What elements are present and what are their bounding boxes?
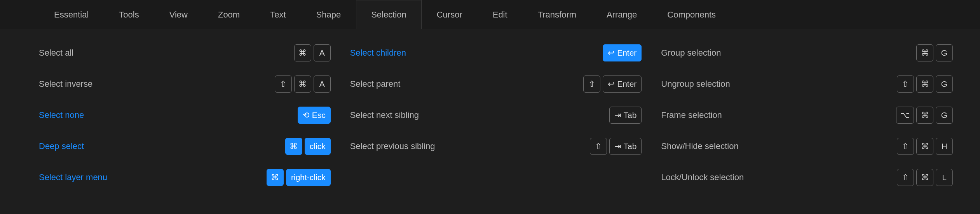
key: ⇧ <box>275 75 292 93</box>
shortcut-column: Select children↩ EnterSelect parent⇧↩ En… <box>350 37 642 193</box>
shortcut-row: Frame selection⌥⌘G <box>661 100 953 131</box>
tab-edit[interactable]: Edit <box>478 0 523 29</box>
key: ⇧ <box>897 169 914 186</box>
key: ⌘ <box>916 44 933 61</box>
tab-shape[interactable]: Shape <box>301 0 356 29</box>
key: ⇧ <box>897 75 914 93</box>
shortcut-row: Group selection⌘G <box>661 37 953 68</box>
key: L <box>936 169 953 186</box>
key: ⌘ <box>916 75 933 93</box>
shortcut-keys: ⇧↩ Enter <box>583 75 642 93</box>
key: ⌘ <box>916 107 933 124</box>
shortcut-keys: ⌘A <box>294 44 331 61</box>
tab-arrange[interactable]: Arrange <box>591 0 652 29</box>
shortcut-column: Group selection⌘GUngroup selection⇧⌘GFra… <box>661 37 953 193</box>
key: ⌘ <box>285 138 302 155</box>
key: H <box>936 138 953 155</box>
key: A <box>314 75 331 93</box>
shortcut-row: Ungroup selection⇧⌘G <box>661 68 953 100</box>
tab-view[interactable]: View <box>154 0 203 29</box>
shortcut-row: Select parent⇧↩ Enter <box>350 68 642 100</box>
shortcut-row: Select previous sibling⇧⇥ Tab <box>350 131 642 162</box>
key: A <box>314 44 331 61</box>
tab-essential[interactable]: Essential <box>39 0 104 29</box>
key: ⌘ <box>294 75 311 93</box>
shortcut-row: Show/Hide selection⇧⌘H <box>661 131 953 162</box>
shortcut-row: Select all⌘A <box>39 37 331 68</box>
tab-transform[interactable]: Transform <box>523 0 591 29</box>
shortcut-keys: ⇥ Tab <box>609 107 642 124</box>
key: ⇧ <box>583 75 600 93</box>
shortcut-keys: ⇧⌘H <box>897 138 953 155</box>
key: G <box>936 75 953 93</box>
shortcut-keys: ⇧⌘L <box>897 169 953 186</box>
key: ⌘ <box>294 44 311 61</box>
key: ⇥ Tab <box>609 107 642 124</box>
tabbar: EssentialToolsViewZoomTextShapeSelection… <box>0 0 980 29</box>
tab-cursor[interactable]: Cursor <box>422 0 478 29</box>
shortcut-keys: ⇧⇥ Tab <box>590 138 642 155</box>
key: ⌥ <box>896 107 914 124</box>
key: ⇧ <box>590 138 607 155</box>
shortcut-label: Group selection <box>661 48 721 58</box>
tab-components[interactable]: Components <box>652 0 731 29</box>
shortcut-row: Deep select⌘click <box>39 131 331 162</box>
shortcut-label: Show/Hide selection <box>661 141 738 151</box>
key: ⟲ Esc <box>298 107 331 124</box>
shortcut-keys: ⌘click <box>285 138 331 155</box>
shortcut-keys: ⇧⌘G <box>897 75 953 93</box>
shortcut-row: Select layer menu⌘right-click <box>39 162 331 193</box>
tab-tools[interactable]: Tools <box>104 0 154 29</box>
shortcut-keys: ⌘right-click <box>267 169 331 186</box>
tab-text[interactable]: Text <box>255 0 301 29</box>
key: ⌘ <box>916 169 933 186</box>
shortcut-label: Select previous sibling <box>350 141 435 151</box>
shortcut-label: Select next sibling <box>350 110 419 120</box>
shortcut-label: Select children <box>350 48 406 58</box>
key: ⌘ <box>916 138 933 155</box>
shortcut-keys: ⌘G <box>916 44 953 61</box>
shortcut-keys: ⌥⌘G <box>896 107 953 124</box>
shortcut-row: Select next sibling⇥ Tab <box>350 100 642 131</box>
shortcut-label: Ungroup selection <box>661 79 730 89</box>
shortcut-label: Select inverse <box>39 79 92 89</box>
shortcut-label: Deep select <box>39 141 84 151</box>
key: ⇥ Tab <box>609 138 642 155</box>
shortcut-keys: ⇧⌘A <box>275 75 331 93</box>
shortcut-content: Select all⌘ASelect inverse⇧⌘ASelect none… <box>0 29 980 193</box>
shortcut-row: Lock/Unlock selection⇧⌘L <box>661 162 953 193</box>
shortcut-row: Select inverse⇧⌘A <box>39 68 331 100</box>
shortcut-label: Lock/Unlock selection <box>661 172 744 182</box>
shortcut-keys: ⟲ Esc <box>298 107 331 124</box>
shortcut-row: Select children↩ Enter <box>350 37 642 68</box>
key: ⇧ <box>897 138 914 155</box>
key: ↩ Enter <box>603 75 642 93</box>
tab-zoom[interactable]: Zoom <box>203 0 255 29</box>
shortcut-label: Select parent <box>350 79 401 89</box>
shortcut-keys: ↩ Enter <box>603 44 642 61</box>
shortcut-label: Frame selection <box>661 110 722 120</box>
key: G <box>936 107 953 124</box>
shortcut-label: Select layer menu <box>39 172 107 182</box>
key: click <box>305 138 331 155</box>
key: G <box>936 44 953 61</box>
shortcut-column: Select all⌘ASelect inverse⇧⌘ASelect none… <box>39 37 331 193</box>
key: right-click <box>286 169 331 186</box>
tab-selection[interactable]: Selection <box>356 0 422 29</box>
key: ⌘ <box>267 169 284 186</box>
key: ↩ Enter <box>603 44 642 61</box>
shortcut-row: Select none⟲ Esc <box>39 100 331 131</box>
shortcut-label: Select all <box>39 48 73 58</box>
shortcut-label: Select none <box>39 110 84 120</box>
